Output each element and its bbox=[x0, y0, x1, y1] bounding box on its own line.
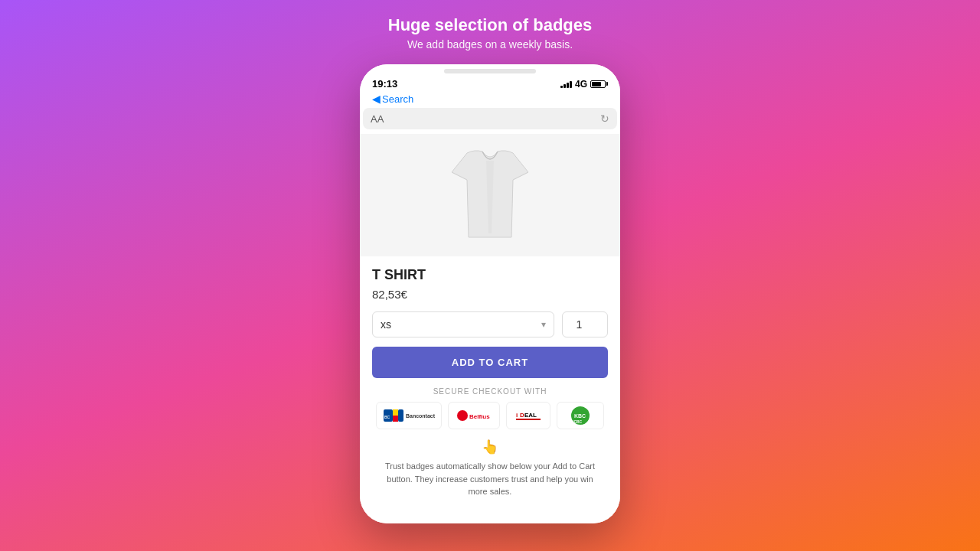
address-bar-text: AA bbox=[371, 113, 600, 125]
svg-text:/CBC: /CBC bbox=[573, 419, 583, 424]
size-select-inner: xs ▾ bbox=[381, 318, 546, 331]
svg-text:EAL: EAL bbox=[524, 412, 537, 419]
signal-bar-3 bbox=[567, 83, 569, 88]
product-price: 82,53€ bbox=[372, 288, 608, 301]
size-select[interactable]: xs ▾ bbox=[372, 311, 554, 337]
phone-notch bbox=[444, 69, 536, 73]
svg-text:BC: BC bbox=[384, 415, 390, 419]
phone-notch-area bbox=[372, 69, 608, 73]
back-chevron-icon: ◀ bbox=[372, 93, 381, 105]
bancontact-label: Bancontact bbox=[406, 413, 435, 419]
belfius-badge: Belfius bbox=[448, 402, 500, 429]
bancontact-badge: BC Bancontact bbox=[376, 402, 442, 429]
product-info: T SHIRT 82,53€ xs ▾ ADD TO CART SECURE C… bbox=[360, 256, 620, 510]
battery-fill bbox=[592, 82, 601, 86]
address-bar[interactable]: AA ↻ bbox=[363, 108, 617, 129]
svg-rect-5 bbox=[393, 416, 398, 422]
svg-text:i: i bbox=[516, 412, 518, 419]
phone-mockup: 19:13 4G bbox=[360, 64, 620, 523]
status-icons: 4G bbox=[560, 79, 608, 90]
svg-text:Belfius: Belfius bbox=[469, 413, 490, 420]
kbc-badge: KBC /CBC bbox=[557, 402, 604, 429]
signal-bar-4 bbox=[570, 81, 572, 88]
battery-body bbox=[590, 80, 606, 88]
page-container: Huge selection of badges We add badges o… bbox=[0, 0, 980, 551]
phone-content: T SHIRT 82,53€ xs ▾ ADD TO CART SECURE C… bbox=[360, 134, 620, 523]
quantity-input[interactable] bbox=[562, 311, 608, 337]
headline-subtitle: We add badges on a weekly basis. bbox=[388, 38, 593, 51]
secure-checkout-label: SECURE CHECKOUT WITH bbox=[372, 387, 608, 396]
battery-cap bbox=[606, 82, 608, 86]
tshirt-image bbox=[444, 145, 536, 245]
svg-rect-6 bbox=[398, 409, 403, 422]
dropdown-chevron-icon: ▾ bbox=[541, 319, 546, 330]
product-name: T SHIRT bbox=[372, 267, 608, 283]
trust-text: Trust badges automatically show below yo… bbox=[384, 460, 596, 498]
signal-bar-1 bbox=[560, 86, 563, 88]
payment-badges: BC Bancontact Belfius bbox=[372, 402, 608, 429]
belfius-logo: Belfius bbox=[455, 408, 493, 423]
bancontact-logo: BC bbox=[383, 409, 404, 422]
secure-checkout-section: SECURE CHECKOUT WITH BC bbox=[372, 387, 608, 429]
network-label: 4G bbox=[575, 79, 587, 90]
battery-icon bbox=[590, 80, 608, 88]
kbc-logo: KBC /CBC bbox=[564, 405, 597, 426]
phone-top-bar: 19:13 4G bbox=[360, 64, 620, 108]
headline-title: Huge selection of badges bbox=[388, 15, 593, 35]
headline-section: Huge selection of badges We add badges o… bbox=[388, 15, 593, 51]
product-options: xs ▾ bbox=[372, 311, 608, 337]
nav-back-label: Search bbox=[382, 93, 413, 105]
ideal-logo: i D EAL bbox=[513, 405, 544, 426]
refresh-icon[interactable]: ↻ bbox=[600, 112, 609, 125]
size-value: xs bbox=[381, 318, 391, 331]
ideal-badge: i D EAL bbox=[506, 402, 550, 429]
trust-section: 👆 Trust badges automatically show below … bbox=[372, 439, 608, 510]
svg-rect-4 bbox=[393, 409, 398, 416]
svg-rect-15 bbox=[516, 419, 541, 420]
svg-text:KBC: KBC bbox=[574, 413, 586, 419]
signal-bars-icon bbox=[560, 80, 572, 88]
add-to-cart-button[interactable]: ADD TO CART bbox=[372, 347, 608, 378]
nav-bar: ◀ Search bbox=[372, 91, 608, 108]
status-bar: 19:13 4G bbox=[372, 77, 608, 91]
svg-point-9 bbox=[457, 410, 468, 421]
product-image-container bbox=[360, 134, 620, 256]
status-time: 19:13 bbox=[372, 78, 397, 90]
nav-back-button[interactable]: ◀ Search bbox=[372, 93, 413, 105]
trust-emoji: 👆 bbox=[384, 439, 596, 455]
signal-bar-2 bbox=[564, 84, 566, 88]
